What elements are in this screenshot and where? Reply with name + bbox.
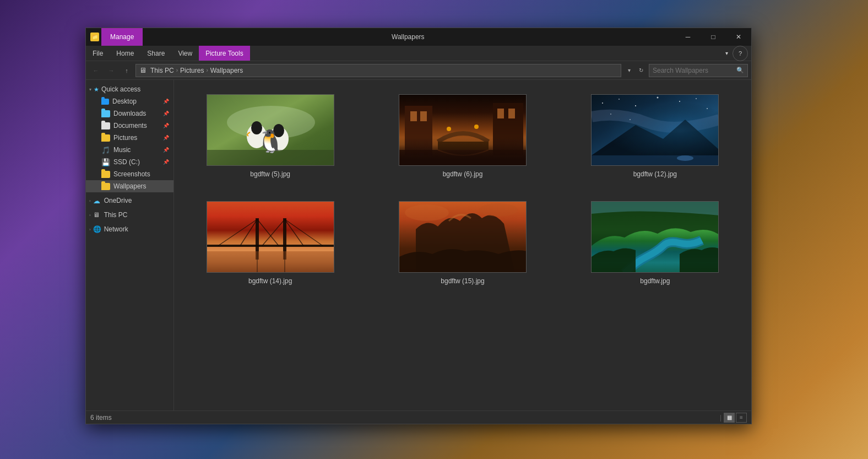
network-label: Network (104, 225, 128, 233)
downloads-folder-icon (101, 110, 110, 117)
wallpapers-folder-icon (101, 183, 110, 190)
file-item-6[interactable]: bgdftw.jpg (570, 198, 740, 288)
file-grid: bgdftw (5).jpg (174, 80, 751, 411)
menu-view[interactable]: View (171, 46, 199, 61)
svg-point-23 (679, 101, 680, 102)
menu-file[interactable]: File (86, 46, 110, 61)
menu-bar: File Home Share View Picture Tools ▾ ? (86, 46, 751, 61)
svg-point-20 (619, 99, 620, 100)
svg-rect-13 (508, 109, 515, 118)
menu-share[interactable]: Share (140, 46, 171, 61)
status-item-count: 6 items (90, 414, 718, 422)
this-pc-icon: 🖥 (139, 67, 148, 74)
documents-folder-icon (101, 122, 110, 129)
file-item-2[interactable]: bgdftw (6).jpg (377, 91, 547, 181)
ribbon-expand-button[interactable]: ▾ (721, 50, 733, 56)
address-actions: ▾ ↻ (623, 64, 647, 77)
help-button[interactable]: ? (733, 46, 748, 61)
status-divider: | (720, 414, 721, 422)
address-path[interactable]: 🖥 This PC › Pictures › Wallpapers (135, 64, 621, 77)
svg-rect-10 (420, 111, 427, 121)
this-pc-chevron: › (89, 213, 91, 218)
sidebar-documents-label: Documents (113, 122, 147, 129)
this-pc-icon: 🖥 (93, 212, 102, 219)
title-bar-tabs: Manage (101, 28, 385, 46)
svg-rect-17 (592, 95, 719, 166)
network-icon: 🌐 (93, 226, 102, 233)
menu-picture-tools[interactable]: Picture Tools (199, 46, 249, 61)
downloads-pin-icon: 📌 (163, 111, 169, 116)
menu-home[interactable]: Home (110, 46, 140, 61)
path-pictures[interactable]: Pictures (180, 67, 204, 74)
file-item-1[interactable]: bgdftw (5).jpg (185, 91, 355, 181)
file-label-1: bgdftw (5).jpg (250, 170, 290, 178)
onedrive-label: OneDrive (104, 197, 132, 204)
svg-rect-39 (207, 245, 334, 247)
svg-point-27 (630, 119, 631, 120)
svg-rect-28 (592, 155, 719, 166)
search-icon[interactable]: 🔍 (736, 67, 744, 74)
quick-access-header[interactable]: ▾ ★ Quick access (86, 83, 173, 95)
file-item-4[interactable]: bgdftw (14).jpg (185, 198, 355, 288)
sidebar-item-desktop[interactable]: Desktop 📌 (86, 95, 173, 107)
screenshots-folder-icon (101, 171, 110, 178)
svg-rect-14 (399, 150, 527, 166)
svg-point-44 (405, 204, 449, 221)
path-dropdown-button[interactable]: ▾ (623, 64, 634, 77)
desktop-pin-icon: 📌 (163, 99, 169, 104)
svg-point-15 (447, 127, 451, 131)
network-chevron: › (89, 227, 91, 232)
back-button[interactable]: ← (89, 64, 102, 77)
sidebar-item-screenshots[interactable]: Screenshots (86, 168, 173, 180)
large-icons-view-button[interactable]: ▦ (724, 413, 735, 423)
network-header[interactable]: › 🌐 Network (86, 223, 173, 235)
menu-right-controls: ▾ ? (721, 46, 751, 61)
up-button[interactable]: ↑ (120, 64, 133, 77)
refresh-button[interactable]: ↻ (636, 64, 647, 77)
minimize-button[interactable]: ─ (675, 28, 701, 46)
sidebar-pictures-label: Pictures (113, 134, 137, 142)
sidebar-item-documents[interactable]: Documents 📌 (86, 120, 173, 132)
file-thumbnail-4 (207, 201, 334, 273)
svg-rect-6 (207, 150, 334, 166)
path-this-pc[interactable]: This PC (150, 67, 174, 74)
close-button[interactable]: ✕ (726, 28, 751, 46)
path-wallpapers[interactable]: Wallpapers (210, 67, 243, 74)
list-view-button[interactable]: ≡ (736, 413, 747, 423)
svg-rect-8 (405, 106, 432, 155)
search-input[interactable] (653, 67, 736, 74)
file-item-5[interactable]: bgdftw (15).jpg (377, 198, 547, 288)
file-label-6: bgdftw.jpg (640, 277, 670, 285)
sidebar-item-ssd[interactable]: 💾 SSD (C:) 📌 (86, 156, 173, 168)
sidebar-music-label: Music (113, 146, 131, 154)
manage-tab[interactable]: Manage (101, 28, 143, 46)
svg-point-5 (273, 124, 284, 137)
file-thumbnail-6 (591, 201, 719, 273)
file-label-4: bgdftw (14).jpg (248, 277, 292, 285)
sidebar-item-music[interactable]: 🎵 Music 📌 (86, 144, 173, 156)
ssd-pin-icon: 📌 (163, 159, 169, 165)
content-area: ▾ ★ Quick access Desktop 📌 Downloads 📌 (86, 80, 751, 411)
window-title: Wallpapers (385, 33, 675, 41)
svg-point-25 (707, 108, 708, 109)
svg-point-1 (227, 106, 315, 139)
quick-access-label: Quick access (101, 85, 140, 93)
sidebar-item-downloads[interactable]: Downloads 📌 (86, 107, 173, 120)
music-folder-icon: 🎵 (101, 147, 110, 154)
pictures-pin-icon: 📌 (163, 135, 169, 141)
file-item-3[interactable]: bgdftw (12).jpg (570, 91, 740, 181)
quick-access-section: ▾ ★ Quick access Desktop 📌 Downloads 📌 (86, 82, 173, 193)
this-pc-header[interactable]: › 🖥 This PC (86, 209, 173, 221)
drive-icon: 💾 (101, 159, 110, 166)
onedrive-chevron: › (89, 198, 91, 203)
svg-rect-12 (497, 109, 504, 118)
sidebar-ssd-label: SSD (C:) (113, 158, 140, 166)
sidebar-item-wallpapers[interactable]: Wallpapers (86, 180, 173, 192)
maximize-button[interactable]: □ (701, 28, 726, 46)
forward-button[interactable]: → (105, 64, 118, 77)
address-bar: ← → ↑ 🖥 This PC › Pictures › Wallpapers … (86, 61, 751, 80)
sidebar-desktop-label: Desktop (112, 98, 137, 105)
sidebar: ▾ ★ Quick access Desktop 📌 Downloads 📌 (86, 80, 174, 411)
onedrive-header[interactable]: › ☁ OneDrive (86, 195, 173, 207)
sidebar-item-pictures[interactable]: Pictures 📌 (86, 132, 173, 144)
